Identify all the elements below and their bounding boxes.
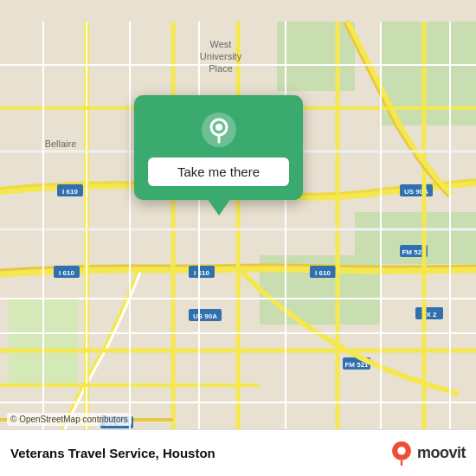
svg-point-34 bbox=[397, 447, 405, 454]
svg-point-32 bbox=[215, 124, 222, 131]
location-popup: Take me there bbox=[134, 95, 303, 200]
bottom-bar: Veterans Travel Service, Houston moovit bbox=[0, 429, 476, 476]
svg-text:US 90A: US 90A bbox=[193, 312, 217, 320]
svg-text:I 610: I 610 bbox=[62, 188, 78, 196]
svg-text:Place: Place bbox=[209, 63, 233, 74]
map: I 610 I 610 I 610 I 610 US 90A US 90A FM… bbox=[0, 0, 476, 476]
svg-text:I 610: I 610 bbox=[59, 269, 74, 277]
svg-text:I 610: I 610 bbox=[315, 269, 331, 277]
osm-credit: © OpenStreetMap contributors bbox=[7, 413, 132, 426]
moovit-text: moovit bbox=[417, 444, 466, 462]
svg-text:West: West bbox=[210, 39, 232, 49]
map-svg: I 610 I 610 I 610 I 610 US 90A US 90A FM… bbox=[0, 0, 476, 476]
svg-rect-1 bbox=[277, 22, 355, 91]
location-pin-icon bbox=[200, 111, 238, 149]
svg-text:Bellaire: Bellaire bbox=[45, 138, 77, 149]
moovit-logo: moovit bbox=[389, 441, 466, 466]
take-me-there-button[interactable]: Take me there bbox=[148, 158, 289, 186]
location-name: Veterans Travel Service, Houston bbox=[10, 446, 389, 460]
svg-text:University: University bbox=[200, 51, 242, 61]
svg-text:I 610: I 610 bbox=[194, 269, 209, 277]
moovit-pin-icon bbox=[389, 441, 414, 466]
location-info: Veterans Travel Service, Houston bbox=[10, 446, 389, 460]
